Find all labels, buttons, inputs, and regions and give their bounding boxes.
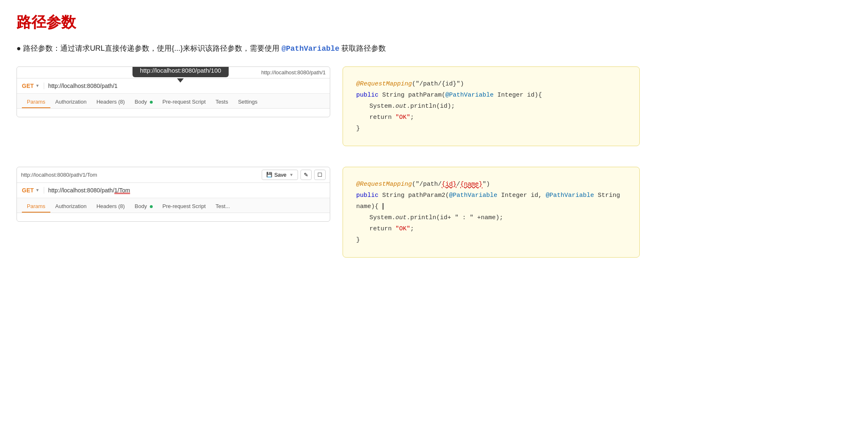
tooltip-bubble: http://localhost:8080/path/100 — [132, 66, 229, 77]
tab-params-2[interactable]: Params — [22, 201, 50, 213]
tab-prerequest-1[interactable]: Pre-request Script — [158, 96, 211, 108]
code2-line-3: System.out.println(id+ " : " +name); — [369, 212, 626, 223]
page-title: 路径参数 — [17, 12, 851, 33]
panel-2-method-row: GET ▼ http://localhost:8080/path/1/Tom — [17, 183, 330, 198]
postman-panel-2: http://localhost:8080/path/1/Tom 💾 Save … — [17, 167, 330, 222]
save-button[interactable]: 💾 Save ▼ — [262, 170, 298, 180]
panel-1-container: http://localhost:8080/path/1 http://loca… — [17, 66, 330, 134]
code-line-2: public String pathParam(@PathVariable In… — [356, 90, 626, 101]
panel-1-url-display: http://localhost:8080/path/1 — [261, 69, 326, 76]
section-1: http://localhost:8080/path/1 http://loca… — [17, 66, 851, 146]
method-selector-1[interactable]: GET ▼ — [22, 83, 44, 89]
tab-settings-1[interactable]: Settings — [233, 96, 263, 108]
code-panel-1-container: @RequestMapping("/path/{id}") public Str… — [343, 66, 640, 146]
tab-params-1[interactable]: Params — [22, 96, 50, 108]
tab-tests-1[interactable]: Tests — [210, 96, 233, 108]
code-panel-2: @RequestMapping("/path/{id}/{name}") pub… — [343, 167, 640, 258]
method-selector-2[interactable]: GET ▼ — [22, 187, 44, 194]
code-line-4: return "OK"; — [369, 112, 626, 123]
code-line-5: } — [356, 123, 626, 134]
section-2: http://localhost:8080/path/1/Tom 💾 Save … — [17, 167, 851, 258]
body-dot-1 — [150, 101, 153, 104]
panel-2-url-bar: http://localhost:8080/path/1/Tom — [21, 172, 259, 178]
tab-body-2[interactable]: Body — [130, 201, 157, 213]
tab-tests-2[interactable]: Test... — [210, 201, 235, 213]
code-panel-1: @RequestMapping("/path/{id}") public Str… — [343, 66, 640, 146]
code2-line-2: public String pathParam2(@PathVariable I… — [356, 190, 626, 212]
body-dot-2 — [150, 205, 153, 208]
bullet-description: ● 路径参数：通过请求URL直接传递参数，使用{...}来标识该路径参数，需要使… — [17, 43, 851, 55]
tab-authorization-1[interactable]: Authorization — [50, 96, 92, 108]
panel-1-content — [17, 109, 330, 117]
tab-authorization-2[interactable]: Authorization — [50, 201, 92, 213]
code-line-1: @RequestMapping("/path/{id}") — [356, 78, 626, 90]
panel-2-container: http://localhost:8080/path/1/Tom 💾 Save … — [17, 167, 330, 238]
code-line-3: System.out.println(id); — [369, 101, 626, 112]
tab-headers-2[interactable]: Headers (8) — [92, 201, 130, 213]
postman-panel-1: http://localhost:8080/path/1 http://loca… — [17, 66, 330, 117]
code-panel-2-container: @RequestMapping("/path/{id}/{name}") pub… — [343, 167, 640, 258]
panel-2-url-save-row: http://localhost:8080/path/1/Tom 💾 Save … — [17, 167, 330, 183]
code2-line-4: return "OK"; — [369, 223, 626, 234]
comment-button[interactable]: ☐ — [314, 170, 326, 180]
code2-line-1: @RequestMapping("/path/{id}/{name}") — [356, 179, 626, 190]
edit-button[interactable]: ✎ — [300, 170, 312, 180]
tab-headers-1[interactable]: Headers (8) — [92, 96, 130, 108]
tab-body-1[interactable]: Body — [130, 96, 157, 108]
tabs-bar-2: Params Authorization Headers (8) Body Pr… — [17, 198, 330, 213]
tabs-bar-1: Params Authorization Headers (8) Body Pr… — [17, 94, 330, 109]
cursor — [383, 203, 383, 210]
tab-prerequest-2[interactable]: Pre-request Script — [158, 201, 211, 213]
url-input-2[interactable]: http://localhost:8080/path/1/Tom — [48, 187, 325, 194]
code2-line-5: } — [356, 234, 626, 246]
panel-2-content — [17, 213, 330, 221]
